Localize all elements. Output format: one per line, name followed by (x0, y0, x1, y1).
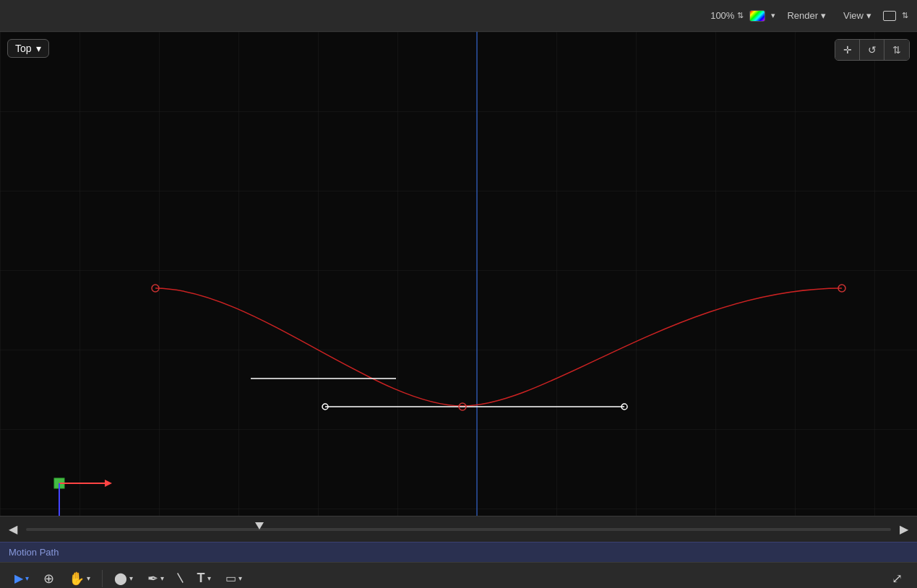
scrubber-track[interactable] (26, 528, 891, 531)
shape-tool-icon: ▭ (225, 571, 236, 585)
orbit-tool-button[interactable]: ⊕ (38, 568, 60, 589)
brush-tool-icon: / (173, 571, 188, 585)
pen-dropdown-icon: ▾ (160, 574, 164, 582)
viewport: Top ▾ ✛ ↺ ⇅ (0, 32, 917, 516)
ellipse-dropdown-icon: ▾ (129, 574, 133, 582)
rotate-view-icon[interactable]: ↺ (860, 40, 884, 60)
viewport-control-group: ✛ ↺ ⇅ (835, 39, 910, 61)
expand-icon: ⤢ (892, 571, 903, 587)
view-name-label: Top (15, 43, 32, 54)
bottom-toolbar: ▶ ▾ ⊕ ✋ ▾ ⬤ ▾ ✒ ▾ / T ▾ ▭ ▾ ⤢ (0, 562, 917, 588)
svg-marker-11 (105, 480, 112, 487)
scrubber-end-button[interactable]: ▶ (897, 519, 911, 539)
expand-button[interactable]: ⤢ (886, 568, 908, 589)
view-rect-dropdown-icon[interactable]: ⇅ (902, 11, 908, 20)
text-tool-icon: T (197, 571, 205, 586)
ellipse-tool-icon: ⬤ (114, 571, 127, 585)
text-tool-button[interactable]: T ▾ (191, 568, 217, 588)
motion-path-label: Motion Path (9, 547, 59, 558)
scale-view-icon[interactable]: ⇅ (884, 40, 909, 60)
color-dropdown-icon[interactable]: ▾ (771, 11, 775, 20)
move-view-icon[interactable]: ✛ (835, 40, 860, 60)
view-rect-icon (883, 11, 896, 21)
pen-tool-icon: ✒ (147, 571, 158, 587)
view-label-button[interactable]: Top ▾ (7, 39, 49, 58)
zoom-control: 100% ⇅ (710, 10, 744, 21)
pen-tool-button[interactable]: ✒ ▾ (142, 568, 170, 589)
color-swatch[interactable] (749, 10, 765, 22)
select-tool-icon: ▶ (14, 571, 23, 585)
scrubber-needle (255, 522, 264, 529)
text-dropdown-icon: ▾ (207, 574, 211, 582)
toolbar-separator-1 (102, 570, 103, 587)
view-label-dropdown-icon: ▾ (36, 43, 41, 54)
scrubber-start-button[interactable]: ◀ (6, 519, 20, 539)
render-dropdown-icon: ▾ (821, 10, 826, 21)
pan-tool-button[interactable]: ✋ ▾ (63, 568, 96, 589)
viewport-controls: ✛ ↺ ⇅ (835, 39, 910, 61)
shape-dropdown-icon: ▾ (238, 574, 242, 582)
scrubber-bar: ◀ ▶ (0, 516, 917, 542)
select-tool-dropdown-icon: ▾ (25, 574, 29, 582)
brush-tool-button[interactable]: / (173, 567, 189, 588)
shape-tool-button[interactable]: ▭ ▾ (220, 568, 248, 588)
layer-bar: Motion Path (0, 542, 917, 562)
render-button[interactable]: Render ▾ (781, 8, 832, 23)
ellipse-tool-button[interactable]: ⬤ ▾ (108, 568, 139, 588)
pan-tool-dropdown-icon: ▾ (87, 574, 90, 582)
select-tool-button[interactable]: ▶ ▾ (9, 568, 35, 588)
view-dropdown-icon: ▾ (866, 10, 871, 21)
motion-path-canvas (0, 32, 917, 516)
view-button[interactable]: View ▾ (838, 8, 877, 23)
orbit-tool-icon: ⊕ (43, 571, 54, 587)
zoom-arrows-icon: ⇅ (737, 11, 744, 20)
pan-tool-icon: ✋ (69, 571, 85, 587)
zoom-value: 100% (710, 10, 734, 21)
top-toolbar: 100% ⇅ ▾ Render ▾ View ▾ ⇅ (0, 0, 917, 32)
